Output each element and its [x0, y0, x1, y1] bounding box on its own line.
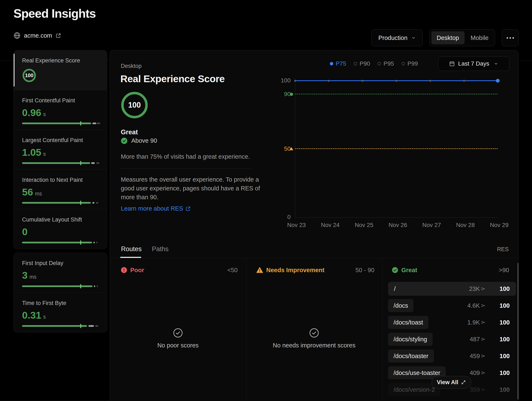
route-visits: 359 — [470, 386, 480, 393]
sidebar-metric-group-extra: First Input Delay3msTime to First Byte0.… — [13, 253, 107, 332]
filled-dot-icon — [330, 62, 333, 65]
bucket-range: 50 - 90 — [355, 267, 374, 274]
p75-tick — [80, 201, 81, 205]
bucket-range: <50 — [227, 267, 238, 274]
legend-label: P99 — [407, 60, 418, 67]
empty-state-text: No needs improvement scores — [262, 342, 367, 349]
metric-bar — [22, 285, 100, 287]
site-link[interactable]: acme.com — [13, 32, 61, 39]
external-link-icon — [185, 206, 191, 211]
metric-bar — [22, 162, 100, 164]
p75-tick — [80, 241, 81, 245]
metric-label: Interaction to Next Paint — [22, 177, 100, 183]
check-circle-outline-icon — [262, 328, 367, 339]
res-heading: Real Experience Score — [120, 73, 225, 84]
route-visits: 409 — [470, 369, 480, 376]
metric-value: 56 — [22, 186, 33, 198]
metric-value: 1.05 — [22, 146, 41, 158]
empty-state-text: No poor scores — [126, 342, 230, 349]
metric-unit: s — [43, 314, 46, 320]
metric-label: Largest Contentful Paint — [22, 137, 100, 144]
environment-select[interactable]: Production — [372, 29, 423, 46]
rating-label: Great — [121, 128, 138, 136]
metric-bar — [22, 325, 100, 327]
sidebar-metric-group-core: Real Experience Score100First Contentful… — [13, 50, 107, 249]
route-path: / — [388, 282, 401, 295]
sidebar-card-real-experience-score[interactable]: Real Experience Score100 — [14, 50, 107, 90]
tab-routes[interactable]: Routes — [121, 245, 142, 253]
route-row[interactable]: /23K100 — [388, 282, 516, 296]
more-button[interactable] — [502, 29, 519, 46]
res-panel: Desktop Real Experience Score 100 Great … — [110, 50, 519, 401]
route-visits: 487 — [470, 336, 480, 343]
bucket-needs-improvement: Needs Improvement 50 - 90 — [256, 266, 374, 274]
x-axis-line — [295, 217, 498, 217]
bucket-label: Poor — [130, 267, 144, 274]
bucket-range: >90 — [499, 267, 509, 274]
legend-item-p90[interactable]: P90 — [354, 60, 370, 67]
legend-label: P95 — [383, 60, 394, 67]
data-point — [294, 80, 296, 82]
tab-mobile[interactable]: Mobile — [466, 31, 493, 44]
route-score: 100 — [500, 386, 510, 393]
date-range-button[interactable]: Last 7 Days — [438, 57, 509, 71]
p75-tick — [80, 324, 81, 328]
sidebar-card-interaction-to-next-paint[interactable]: Interaction to Next Paint56ms — [14, 169, 107, 209]
sidebar-card-largest-contentful-paint[interactable]: Largest Contentful Paint1.05s — [14, 130, 107, 169]
metric-value: 0 — [22, 226, 27, 237]
x-axis-label: Nov 28 — [449, 222, 482, 229]
route-score: 100 — [500, 353, 510, 360]
calendar-icon — [449, 61, 455, 67]
tab-desktop[interactable]: Desktop — [431, 31, 465, 44]
sidebar-card-first-input-delay[interactable]: First Input Delay3ms — [14, 253, 107, 293]
p75-tick — [80, 284, 81, 288]
legend-item-p95[interactable]: P95 — [378, 60, 394, 67]
bucket-poor: Poor <50 — [121, 266, 238, 274]
route-row[interactable]: /docs/toaster459100 — [388, 349, 516, 363]
metric-unit: ms — [35, 191, 42, 197]
ellipsis-icon — [507, 37, 514, 39]
metric-unit: ms — [29, 274, 36, 280]
data-point — [463, 80, 465, 82]
metric-label: Time to First Byte — [22, 300, 100, 306]
speed-insights-page: Speed Insights acme.com Production Deskt… — [0, 0, 532, 401]
y-axis-label: 50 — [257, 146, 291, 152]
route-visits: 23K — [469, 285, 480, 292]
check-circle-outline-icon — [126, 328, 230, 339]
learn-more-link[interactable]: Learn more about RES — [121, 205, 191, 212]
sidebar-card-cumulative-layout-shift[interactable]: Cumulative Layout Shift0 — [14, 209, 107, 249]
exclamation-circle-icon — [121, 267, 127, 273]
legend-label: P90 — [360, 60, 370, 67]
column-divider — [382, 258, 383, 401]
site-domain[interactable]: acme.com — [24, 32, 52, 39]
legend-item-p99[interactable]: P99 — [401, 60, 418, 67]
view-all-button[interactable]: View All — [431, 376, 471, 388]
y-axis-label: 0 — [257, 214, 291, 221]
route-path: /docs — [388, 299, 413, 312]
legend-item-p75[interactable]: P75 — [330, 60, 346, 67]
visits-dots-icon — [481, 304, 485, 307]
metric-unit: s — [43, 111, 46, 117]
sidebar-card-time-to-first-byte[interactable]: Time to First Byte0.31s — [14, 293, 107, 332]
metric-unit: s — [43, 151, 46, 157]
legend-label: P75 — [336, 60, 346, 67]
x-axis-label: Nov 26 — [381, 222, 415, 229]
tab-paths[interactable]: Paths — [152, 245, 169, 253]
page-title: Speed Insights — [13, 6, 96, 20]
visits-dots-icon — [481, 287, 485, 291]
route-row[interactable]: /docs/toast1.9K100 — [388, 315, 516, 329]
route-row[interactable]: /docs4.6K100 — [388, 299, 516, 312]
ref-line-50 — [295, 148, 498, 149]
sidebar-card-first-contentful-paint[interactable]: First Contentful Paint0.96s — [14, 90, 107, 130]
threshold-label: Above 90 — [131, 137, 157, 144]
chevron-down-icon — [411, 36, 416, 40]
scrollbar-thumb[interactable] — [518, 263, 519, 400]
route-row[interactable]: /docs/styling487100 — [388, 332, 516, 346]
route-score: 100 — [500, 369, 510, 376]
visits-dots-icon — [481, 354, 485, 358]
metric-bar — [22, 242, 100, 243]
y-axis-label: 90 — [257, 91, 291, 97]
data-point — [361, 80, 363, 82]
data-point — [328, 80, 330, 82]
environment-label: Production — [378, 34, 408, 41]
